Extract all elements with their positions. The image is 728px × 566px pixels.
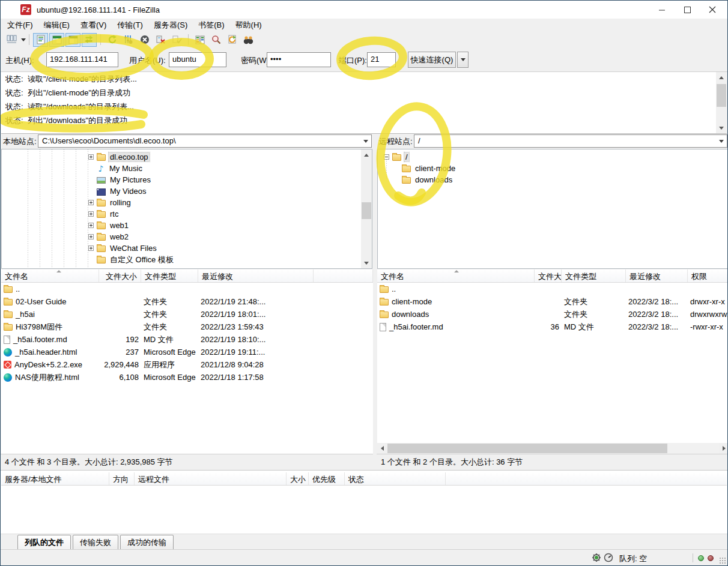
tab-successful-transfers[interactable]: 成功的传输 (120, 535, 174, 550)
scrollbar-thumb[interactable] (717, 84, 726, 107)
quickconnect-dropdown-button[interactable] (457, 52, 469, 68)
tree-item-client-mode[interactable]: client-mode (378, 163, 728, 174)
expand-icon[interactable] (88, 245, 94, 251)
menu-bookmarks[interactable]: 书签(B) (193, 19, 229, 32)
file-row[interactable]: AnyDesk+5.2.2.exe2,929,448应用程序2021/12/8 … (1, 358, 373, 371)
toggle-transfer-queue-icon[interactable] (82, 33, 97, 47)
scroll-right-icon[interactable] (719, 443, 728, 454)
queue-settings-gear-icon[interactable] (592, 553, 601, 564)
column-modified[interactable]: 最近修改 (626, 269, 688, 282)
file-row[interactable]: client-mode文件夹2022/3/2 18:...drwxr-xr-x (377, 295, 728, 308)
tree-item-web2[interactable]: web2 (2, 231, 372, 242)
tree-item-dl-ecoo-top[interactable]: dl.ecoo.top (2, 151, 372, 163)
refresh-icon[interactable] (105, 33, 120, 47)
log-scrollbar[interactable] (716, 72, 727, 133)
file-row[interactable]: _h5ai.footer.md192MD 文件2022/1/19 18:10:.… (1, 333, 373, 346)
cancel-icon[interactable] (137, 33, 152, 47)
remote-site-combo[interactable]: / (414, 134, 727, 148)
filename-filters-icon[interactable] (208, 33, 223, 47)
column-status[interactable]: 状态 (345, 472, 446, 485)
local-tree-scrollbar[interactable] (361, 149, 372, 268)
directory-comparison-icon[interactable] (192, 33, 207, 47)
menu-file[interactable]: 文件(F) (2, 19, 38, 32)
menu-view[interactable]: 查看(V) (75, 19, 112, 32)
column-priority[interactable]: 优先级 (309, 472, 345, 485)
file-row[interactable]: _h5ai.footer.md36MD 文件2022/3/2 18:...-rw… (377, 321, 728, 333)
tree-item-wechat-files[interactable]: WeChat Files (2, 242, 372, 254)
chevron-down-icon[interactable] (719, 140, 724, 143)
tree-item-rolling[interactable]: rolling (2, 197, 372, 208)
column-server-local-file[interactable]: 服务器/本地文件 (1, 472, 109, 485)
username-input[interactable]: ubuntu (169, 52, 226, 67)
toggle-local-tree-icon[interactable] (49, 33, 64, 47)
local-site-combo[interactable]: C:\Users\ecoo\Documents\dl.ecoo.top\ (38, 134, 372, 148)
host-input[interactable]: 192.168.111.141 (46, 52, 118, 67)
column-size[interactable]: 大小 (287, 472, 309, 485)
column-filetype[interactable]: 文件类型 (562, 269, 626, 282)
disconnect-icon[interactable] (153, 33, 168, 47)
tab-failed-transfers[interactable]: 传输失败 (73, 535, 118, 550)
pane-divider[interactable] (373, 134, 377, 470)
tree-item-office-templates[interactable]: 自定义 Office 模板 (2, 254, 372, 265)
port-input[interactable]: 21 (367, 52, 396, 67)
tree-item-my-videos[interactable]: My Videos (2, 185, 372, 197)
tree-item-downloads[interactable]: downloads (378, 174, 728, 185)
expand-icon[interactable] (88, 223, 94, 228)
expand-icon[interactable] (88, 211, 94, 217)
column-direction[interactable]: 方向 (109, 472, 135, 485)
scroll-left-icon[interactable] (377, 443, 387, 454)
reconnect-icon[interactable] (169, 33, 184, 47)
toggle-remote-tree-icon[interactable] (65, 33, 80, 47)
expand-icon[interactable] (88, 200, 94, 205)
site-manager-icon[interactable] (4, 33, 19, 47)
scroll-down-icon[interactable] (716, 122, 727, 133)
column-filesize[interactable]: 文件大小 (99, 269, 141, 282)
collapse-icon[interactable] (384, 154, 389, 160)
scrollbar-thumb[interactable] (387, 444, 667, 453)
quickconnect-button[interactable]: 快速连接(Q) (408, 52, 456, 68)
remote-list-hscrollbar[interactable] (377, 443, 728, 454)
file-row[interactable]: _h5ai文件夹2022/1/19 18:01:... (1, 308, 373, 321)
chevron-down-icon[interactable] (363, 140, 368, 143)
file-row[interactable]: downloads文件夹2022/3/2 18:...drwxrwxrwx (377, 308, 728, 321)
scrollbar-thumb[interactable] (362, 202, 371, 219)
expand-icon[interactable] (88, 234, 94, 239)
file-row[interactable]: .. (1, 283, 373, 295)
site-manager-dropdown-icon[interactable] (21, 38, 26, 41)
scroll-down-icon[interactable] (361, 257, 372, 268)
column-filetype[interactable]: 文件类型 (141, 269, 198, 282)
menu-transfer[interactable]: 传输(T) (112, 19, 148, 32)
tree-item-root[interactable]: / (378, 151, 728, 163)
tab-queued-files[interactable]: 列队的文件 (17, 535, 71, 550)
menu-server[interactable]: 服务器(S) (148, 19, 193, 32)
tree-item-my-music[interactable]: ♪My Music (2, 163, 372, 174)
maximize-button[interactable] (675, 1, 700, 19)
tree-item-my-pictures[interactable]: My Pictures (2, 174, 372, 185)
tree-item-rtc[interactable]: rtc (2, 208, 372, 220)
expand-icon[interactable] (88, 154, 94, 160)
scroll-up-icon[interactable] (361, 149, 372, 160)
file-row[interactable]: NAS使用教程.html6,108Microsoft Edge ...2022/… (1, 371, 373, 384)
column-filename[interactable]: 文件名 (377, 269, 535, 282)
column-modified[interactable]: 最近修改 (198, 269, 314, 282)
close-button[interactable] (700, 1, 725, 19)
minimize-button[interactable] (649, 1, 675, 19)
resize-grip[interactable] (719, 557, 726, 564)
column-permissions[interactable]: 权限 (688, 269, 728, 282)
find-files-icon[interactable] (241, 33, 256, 47)
column-filename[interactable]: 文件名 (1, 269, 99, 282)
menu-edit[interactable]: 编辑(E) (38, 19, 75, 32)
file-row[interactable]: _h5ai.header.html237Microsoft Edge ...20… (1, 346, 373, 358)
toggle-message-log-icon[interactable] (33, 33, 48, 47)
speed-limit-gauge-icon[interactable] (604, 553, 613, 564)
process-queue-icon[interactable] (121, 33, 136, 47)
scroll-up-icon[interactable] (716, 72, 727, 83)
column-remote-file[interactable]: 远程文件 (135, 472, 287, 485)
tree-item-web1[interactable]: web1 (2, 220, 372, 231)
file-row[interactable]: Hi3798M固件文件夹2022/1/23 1:59:43 (1, 321, 373, 333)
file-row[interactable]: 02-User Guide文件夹2022/1/19 21:48:... (1, 295, 373, 308)
menu-help[interactable]: 帮助(H) (230, 19, 267, 32)
file-row[interactable]: .. (377, 283, 728, 295)
password-input[interactable]: •••• (267, 52, 331, 67)
column-filesize[interactable]: 文件大小 (535, 269, 562, 282)
